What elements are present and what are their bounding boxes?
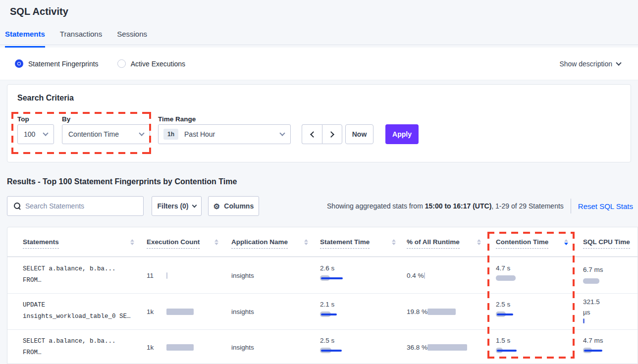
sort-icon-statement-time[interactable] <box>392 239 396 245</box>
statement-time-cell: 2.5 s <box>320 330 334 364</box>
radio-active-executions[interactable] <box>117 59 126 68</box>
sort-icon-execution-count[interactable] <box>214 239 218 245</box>
page-title: SQL Activity <box>10 6 68 17</box>
radio-statement-fingerprints-label[interactable]: Statement Fingerprints <box>28 60 99 68</box>
statement-fingerprint[interactable]: UPDATEinsights_workload_table_0 SE… <box>23 294 131 329</box>
stats-line: Showing aggregated stats from 15:00 to 1… <box>327 196 633 216</box>
table-row[interactable]: UPDATEinsights_workload_table_0 SE… 1k i… <box>7 294 638 330</box>
col-header-contention-time[interactable]: Contention Time <box>496 238 548 246</box>
sql-cpu-time-cell: 4.7 ms <box>583 330 603 364</box>
contention-time-cell: 1.5 s <box>496 330 510 364</box>
col-header-statement-time[interactable]: Statement Time <box>320 238 370 246</box>
statement-fingerprint[interactable]: SELECT a.balance, b.ba...FROM… <box>23 258 116 293</box>
runtime-cell: 19.8 % <box>407 294 456 329</box>
next-time-button[interactable] <box>322 124 342 144</box>
now-button[interactable]: Now <box>345 124 373 144</box>
chevron-down-icon <box>139 130 144 136</box>
filters-button[interactable]: Filters (0) <box>152 196 202 216</box>
runtime-bar <box>427 309 456 315</box>
time-range-badge: 1h <box>163 129 178 140</box>
search-icon <box>13 202 21 210</box>
top-label: Top <box>17 115 29 123</box>
show-description-toggle[interactable]: Show description <box>559 48 621 80</box>
sort-icon-application-name[interactable] <box>304 239 308 245</box>
show-description-label: Show description <box>559 60 612 68</box>
prev-time-button[interactable] <box>302 124 322 144</box>
execution-count-cell: 1k <box>147 330 194 364</box>
sort-icon-statements[interactable] <box>130 239 134 245</box>
time-range-value: Past Hour <box>184 130 215 138</box>
vertical-divider <box>571 199 571 213</box>
time-nav-group <box>302 124 342 144</box>
execution-count-cell: 11 <box>147 258 167 293</box>
sort-icon-contention-time[interactable] <box>564 239 568 245</box>
search-criteria-panel: Search Criteria Top 100 By Contention Ti… <box>7 84 631 162</box>
contention-time-cell: 4.7 s <box>496 258 510 293</box>
sort-icon-runtime[interactable] <box>477 239 481 245</box>
statements-table: Statements Execution Count Application N… <box>7 227 638 364</box>
execution-count-bar <box>166 272 167 279</box>
col-header-sql-cpu-time[interactable]: SQL CPU Time <box>583 238 630 246</box>
runtime-bar <box>424 272 425 279</box>
time-range-select[interactable]: 1h Past Hour <box>158 124 291 144</box>
execution-count-cell: 1k <box>147 294 194 329</box>
top-select-value: 100 <box>18 130 35 138</box>
application-name-cell: insights <box>231 294 254 329</box>
apply-button[interactable]: Apply <box>385 124 419 144</box>
chevron-down-icon <box>616 60 621 65</box>
search-statements-box <box>7 196 144 216</box>
by-label: By <box>62 115 70 123</box>
chevron-down-icon <box>192 203 197 208</box>
table-header-row: Statements Execution Count Application N… <box>7 227 638 257</box>
contention-time-cell: 2.5 s <box>496 294 510 329</box>
statement-time-cell: 2.6 s <box>320 258 334 293</box>
aggregated-stats-text: Showing aggregated stats from 15:00 to 1… <box>327 202 564 210</box>
view-mode-radios: Statement Fingerprints Active Executions <box>15 48 185 80</box>
col-header-runtime[interactable]: % of All Runtime <box>407 238 460 246</box>
runtime-cell: 0.4 % <box>407 258 425 293</box>
statement-time-cell: 2.1 s <box>320 294 334 329</box>
table-row[interactable]: SELECT a.balance, b.ba...FROM… 11 insigh… <box>7 258 638 294</box>
chevron-down-icon <box>43 130 48 136</box>
table-row[interactable]: SELECT a.balance, b.ba...FROM… 1k insigh… <box>7 330 638 364</box>
columns-button[interactable]: ⚙ Columns <box>208 196 259 216</box>
by-select-value: Contention Time <box>62 130 119 138</box>
chevron-left-icon <box>310 131 317 138</box>
col-header-application-name[interactable]: Application Name <box>231 238 288 246</box>
columns-label: Columns <box>224 202 254 210</box>
radio-statement-fingerprints[interactable] <box>15 59 23 68</box>
search-criteria-heading: Search Criteria <box>17 94 74 103</box>
tab-bar-divider <box>0 45 638 45</box>
statement-fingerprint[interactable]: SELECT a.balance, b.ba...FROM… <box>23 330 116 364</box>
runtime-bar <box>427 344 467 351</box>
filters-label: Filters (0) <box>157 202 188 210</box>
radio-active-executions-label[interactable]: Active Executions <box>131 60 186 68</box>
col-header-execution-count[interactable]: Execution Count <box>147 238 200 246</box>
view-mode-bar: Statement Fingerprints Active Executions… <box>0 48 638 80</box>
application-name-cell: insights <box>231 330 254 364</box>
search-statements-input[interactable] <box>25 202 129 210</box>
top-select[interactable]: 100 <box>17 124 54 144</box>
sql-cpu-time-cell: 321.5 µs <box>583 294 606 329</box>
col-header-statements[interactable]: Statements <box>23 238 59 246</box>
time-range-label: Time Range <box>158 115 196 123</box>
runtime-cell: 36.8 % <box>407 330 467 364</box>
by-select[interactable]: Contention Time <box>62 124 150 144</box>
reset-sql-stats-link[interactable]: Reset SQL Stats <box>578 202 633 210</box>
bar-blue <box>321 277 343 279</box>
sql-cpu-time-cell: 6.7 ms <box>583 258 603 293</box>
application-name-cell: insights <box>231 258 254 293</box>
results-heading: Results - Top 100 Statement Fingerprints… <box>7 177 237 186</box>
chevron-down-icon <box>279 130 285 136</box>
chevron-right-icon <box>328 131 334 138</box>
execution-count-bar <box>166 344 194 351</box>
gear-icon: ⚙ <box>213 203 220 210</box>
execution-count-bar <box>166 309 194 315</box>
